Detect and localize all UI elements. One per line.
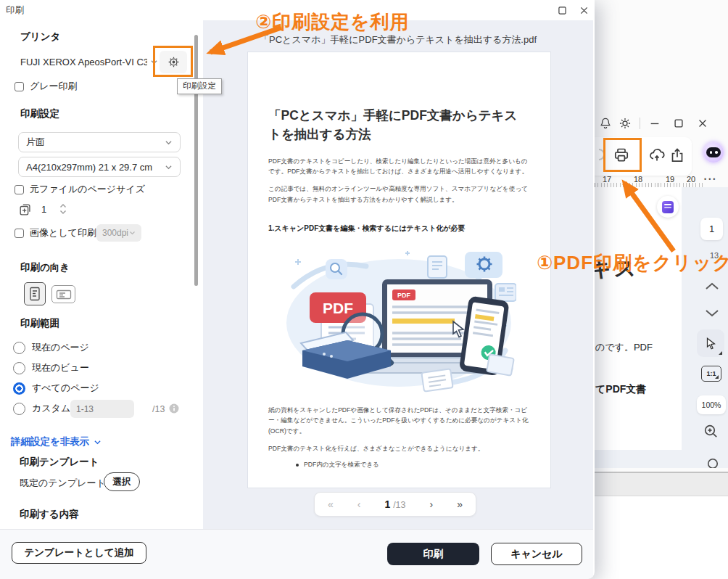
step2-annotation: ②印刷設定を利用 [255,9,410,35]
range-option-label: 現在のビュー [32,361,89,374]
search-bubble-icon [326,259,347,279]
print-as-image-label: 画像として印刷 [30,226,96,239]
copies-value[interactable]: 1 [41,204,46,215]
default-template-label: 既定のテンプレート [20,477,106,490]
card-float-icon [495,284,516,301]
sided-select[interactable]: 片面 [18,132,181,152]
background-lower-panel [595,496,728,579]
notes-book-icon[interactable] [657,196,679,218]
gray-print-checkbox[interactable]: グレー印刷 [15,80,78,93]
ai-face-icon [706,147,721,157]
advanced-settings-label: 詳細設定を非表示 [11,435,89,448]
article-bullet-item: PDF内の文字を検索できる [268,461,530,469]
zoom-level-badge[interactable]: 100% [697,395,726,414]
copies-stepper[interactable] [59,203,67,215]
page-down-icon[interactable] [703,308,721,319]
article-illustration: PDF PDF [281,242,516,393]
svg-text:PDF: PDF [397,292,411,299]
dialog-maximize-icon[interactable] [554,3,570,17]
radio-selected-icon [13,382,25,395]
printer-name: FUJI XEROX ApeosPort-VI C3: [20,57,147,67]
print-dialog: 印刷 プリンタ FUJI XEROX ApeosPort-VI C3: 印刷設定… [0,0,595,579]
preview-document-title: 「PCとスマホ」手軽にPDF文書からテキストを抽出する方法.pdf [203,33,593,46]
landscape-orientation-button[interactable] [51,285,75,303]
original-size-checkbox[interactable]: 元ファイルのページサイズ [15,183,145,196]
more-options-button[interactable]: ••• [704,176,717,183]
background-document-area: キス のです。PDF てPDF文書 1 13 1:1 100% [595,187,728,468]
portrait-orientation-button[interactable] [24,282,46,305]
minimize-icon[interactable] [648,117,661,130]
print-settings-label: 印刷設定 [20,107,59,120]
radio-icon [13,403,25,415]
bullet-icon [296,464,299,467]
dialog-close-icon[interactable] [576,3,592,17]
document-text-fragment: のです。PDF [595,341,653,354]
chevron-down-icon [165,137,173,148]
range-current-view-radio[interactable]: 現在のビュー [13,361,89,374]
chevron-down-icon [94,437,102,448]
range-all-pages-radio[interactable]: すべてのページ [13,382,99,395]
printer-select[interactable]: FUJI XEROX ApeosPort-VI C3: [20,55,158,68]
range-current-page-radio[interactable]: 現在のページ [13,341,89,354]
zoom-in-icon[interactable] [703,423,720,443]
dpi-value: 300dpi [102,228,128,238]
first-page-button[interactable]: « [328,498,334,510]
print-content-label: 印刷する内容 [20,508,79,521]
article-paragraph: PDF文書のテキスト化を行えば、さまざまなことができるようになります。 [268,443,530,454]
paper-size-select[interactable]: A4(210x297mm) 21 x 29.7 cm [18,157,181,177]
chevron-down-icon [165,162,173,173]
last-page-button[interactable]: » [457,498,463,510]
gray-print-label: グレー印刷 [30,80,78,93]
select-tool-button[interactable] [697,329,724,357]
background-scrollbar-track[interactable] [595,472,728,496]
bullet-text: PDF内の文字を検索できる [304,461,379,469]
zoom-out-icon[interactable] [706,456,720,468]
article-paragraph: PDF文書のテキストをコピーしたり、検索したり編集したりといった場面は意外と多い… [268,156,530,178]
close-icon[interactable] [696,117,709,130]
custom-range-input[interactable] [70,400,134,418]
article-paragraph: この記事では、無料のオンラインツールや高精度な専用ソフト、スマホアプリなどを使っ… [268,184,530,205]
dialog-footer: テンプレートとして追加 印刷 キャンセル [0,529,593,579]
template-select-button[interactable]: 選択 [104,472,140,491]
titlebar-divider [640,118,640,129]
share-export-icon[interactable] [669,147,686,164]
article-paragraph: 紙の資料をスキャンしたPDFや画像として保存されたPDFは、そのままだと文字検索… [268,405,530,437]
cloud-upload-icon[interactable] [648,147,666,164]
printer-settings-tooltip: 印刷設定 [177,78,222,94]
ai-assistant-icon[interactable] [703,142,724,163]
actual-size-tool-button[interactable]: 1:1 [701,366,721,382]
tool-dropdown-mark [719,351,722,355]
cancel-button[interactable]: キャンセル [491,543,582,565]
maximize-icon[interactable] [672,117,685,130]
next-page-button[interactable]: › [430,498,434,510]
notification-bell-icon[interactable] [599,117,612,130]
document-text-fragment: てPDF文書 [595,383,646,396]
page-up-icon[interactable] [703,280,721,292]
add-template-button[interactable]: テンプレートとして追加 [12,542,146,564]
settings-gear-icon[interactable] [619,117,632,130]
prev-page-button[interactable]: ‹ [357,498,361,510]
article-heading: 「PCとスマホ」手軽にPDF文書からテキストを抽出する方法 [268,106,530,144]
background-pdf-app: 17 18 19 20 ••• キス のです。PDF てPDF文書 1 13 1… [595,0,728,579]
advanced-settings-link[interactable]: 詳細設定を非表示 [11,435,102,448]
printer-section-label: プリンタ [20,30,60,44]
gear-highlight-box [153,46,193,77]
background-document-page: キス のです。PDF てPDF文書 [595,187,682,450]
page-indicator: 1 /13 [384,498,405,510]
dialog-title: 印刷 [6,4,24,17]
print-template-label: 印刷テンプレート [20,456,99,469]
chevron-down-icon [129,228,136,238]
print-button[interactable]: 印刷 [387,543,479,565]
printer-highlight-box [603,138,642,172]
document-float-icon [428,256,447,278]
sidebar-scrollbar[interactable] [194,35,198,286]
step1-annotation: ①PDF印刷をクリック [537,250,728,276]
range-option-label: すべてのページ [32,382,99,395]
current-page: 1 [384,498,390,510]
range-option-label: カスタム [32,402,70,415]
print-preview-area: 「PCとスマホ」手軽にPDF文書からテキストを抽出する方法.pdf 「PCとスマ… [203,20,593,529]
original-size-label: 元ファイルのページサイズ [30,183,145,196]
range-custom-radio[interactable]: カスタム [13,402,70,415]
print-as-image-checkbox[interactable]: 画像として印刷 [15,226,96,239]
page-number-badge[interactable]: 1 [700,218,723,240]
